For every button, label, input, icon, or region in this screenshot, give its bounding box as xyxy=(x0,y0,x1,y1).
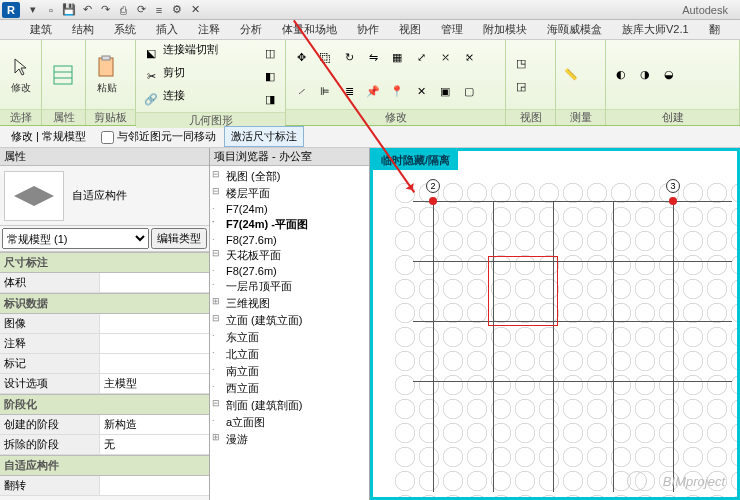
tab-plugin2[interactable]: 族库大师V2.1 xyxy=(612,20,699,39)
tree-east[interactable]: 东立面 xyxy=(212,329,367,346)
create-tool1-icon[interactable]: ◐ xyxy=(610,64,632,86)
properties-button[interactable] xyxy=(46,61,80,89)
split-icon[interactable]: ⟋ xyxy=(290,80,312,102)
measure-icon[interactable]: 📏 xyxy=(560,64,582,86)
qat-settings-icon[interactable]: ⚙ xyxy=(168,2,186,18)
cope-icon[interactable]: ⬕ xyxy=(140,42,162,64)
control-dot-left[interactable] xyxy=(429,197,437,205)
tab-analyze[interactable]: 分析 xyxy=(230,20,272,39)
qat-close-icon[interactable]: ✕ xyxy=(186,2,204,18)
tree-f7[interactable]: F7(24m) xyxy=(212,202,367,216)
create-tool2-icon[interactable]: ◑ xyxy=(634,64,656,86)
array-icon[interactable]: ▦ xyxy=(386,47,408,69)
gridline-2[interactable] xyxy=(433,201,434,492)
create-tool3-icon[interactable]: ◒ xyxy=(658,64,680,86)
tree-west[interactable]: 西立面 xyxy=(212,380,367,397)
drawing-canvas[interactable]: 临时隐藏/隔离 2 3 BIMproject xyxy=(370,148,740,500)
group-icon[interactable]: ▣ xyxy=(434,80,456,102)
tab-structure[interactable]: 结构 xyxy=(62,20,104,39)
move-with-checkbox[interactable]: 与邻近图元一同移动 xyxy=(101,129,216,144)
app-logo[interactable]: R xyxy=(2,2,20,18)
ungroup-icon[interactable]: ▢ xyxy=(458,80,480,102)
selected-element[interactable] xyxy=(488,256,558,326)
prop-phase-demolished: 拆除的阶段 xyxy=(0,435,100,454)
gridline-3[interactable] xyxy=(673,201,674,492)
align-icon[interactable]: ⊫ xyxy=(314,80,336,102)
type-thumbnail xyxy=(4,171,64,221)
tree-views-root[interactable]: 视图 (全部) xyxy=(212,168,367,185)
cat-dimensions[interactable]: 尺寸标注 xyxy=(0,252,209,273)
tree-north[interactable]: 北立面 xyxy=(212,346,367,363)
tree-elevations[interactable]: 立面 (建筑立面) xyxy=(212,312,367,329)
tree-sections[interactable]: 剖面 (建筑剖面) xyxy=(212,397,367,414)
tab-insert[interactable]: 插入 xyxy=(146,20,188,39)
grid-bubble-2[interactable]: 2 xyxy=(426,179,440,193)
gridline-v4[interactable] xyxy=(613,201,614,492)
trim-icon[interactable]: ⤫ xyxy=(434,47,456,69)
rotate-icon[interactable]: ↻ xyxy=(338,47,360,69)
move-icon[interactable]: ✥ xyxy=(290,47,312,69)
unpin-icon[interactable]: 📍 xyxy=(386,80,408,102)
qat-undo-icon[interactable]: ↶ xyxy=(78,2,96,18)
geom-tool2-icon[interactable]: ◧ xyxy=(259,65,281,87)
gridline-h2[interactable] xyxy=(413,261,732,262)
gridline-h1[interactable] xyxy=(413,201,732,202)
grid-bubble-3[interactable]: 3 xyxy=(666,179,680,193)
qat-new-icon[interactable]: ▫ xyxy=(42,2,60,18)
tab-collaborate[interactable]: 协作 xyxy=(347,20,389,39)
tab-overflow[interactable]: 翻 xyxy=(699,20,730,39)
paste-button[interactable]: 粘贴 xyxy=(90,53,124,97)
qat-print-icon[interactable]: ⎙ xyxy=(114,2,132,18)
options-modify-label: 修改 | 常规模型 xyxy=(4,126,93,147)
qat-save-icon[interactable]: 💾 xyxy=(60,2,78,18)
gridline-v3[interactable] xyxy=(553,201,554,492)
gridline-h3[interactable] xyxy=(413,321,732,322)
ribbon-tabs: 建筑 结构 系统 插入 注释 分析 体量和场地 协作 视图 管理 附加模块 海颐… xyxy=(0,20,740,40)
view-tool2-icon[interactable]: ◲ xyxy=(510,75,532,97)
mirror-icon[interactable]: ⇋ xyxy=(362,47,384,69)
tree-f7-plan[interactable]: F7(24m) -平面图 xyxy=(212,216,367,233)
view-tool1-icon[interactable]: ◳ xyxy=(510,52,532,74)
tree-l1c[interactable]: 一层吊顶平面 xyxy=(212,278,367,295)
cat-adaptive[interactable]: 自适应构件 xyxy=(0,455,209,476)
gridline-v2[interactable] xyxy=(493,201,494,492)
tab-plugin1[interactable]: 海颐威模盒 xyxy=(537,20,612,39)
type-selector[interactable]: 常规模型 (1) xyxy=(2,228,149,249)
cat-phasing[interactable]: 阶段化 xyxy=(0,394,209,415)
cat-identity[interactable]: 标识数据 xyxy=(0,293,209,314)
extend-icon[interactable]: ⤪ xyxy=(458,47,480,69)
tree-f8[interactable]: F8(27.6m) xyxy=(212,233,367,247)
tree-3d[interactable]: 三维视图 xyxy=(212,295,367,312)
pin-icon[interactable]: 📌 xyxy=(362,80,384,102)
geom-tool3-icon[interactable]: ◨ xyxy=(259,88,281,110)
tab-architecture[interactable]: 建筑 xyxy=(20,20,62,39)
tree-floor-plans[interactable]: 楼层平面 xyxy=(212,185,367,202)
delete-icon[interactable]: ✕ xyxy=(410,80,432,102)
tab-manage[interactable]: 管理 xyxy=(431,20,473,39)
select-button[interactable]: 修改 xyxy=(4,53,37,97)
qat-measure-icon[interactable]: ≡ xyxy=(150,2,168,18)
tree-south[interactable]: 南立面 xyxy=(212,363,367,380)
gridline-h4[interactable] xyxy=(413,381,732,382)
edit-type-button[interactable]: 编辑类型 xyxy=(151,228,207,249)
tab-view[interactable]: 视图 xyxy=(389,20,431,39)
tab-addins[interactable]: 附加模块 xyxy=(473,20,537,39)
geom-tool1-icon[interactable]: ◫ xyxy=(259,42,281,64)
tree-ceiling-plans[interactable]: 天花板平面 xyxy=(212,247,367,264)
qat-redo-icon[interactable]: ↷ xyxy=(96,2,114,18)
browser-tree[interactable]: 视图 (全部) 楼层平面 F7(24m) F7(24m) -平面图 F8(27.… xyxy=(210,166,369,500)
tab-systems[interactable]: 系统 xyxy=(104,20,146,39)
tab-annotate[interactable]: 注释 xyxy=(188,20,230,39)
qat-open-icon[interactable]: ▾ xyxy=(24,2,42,18)
control-dot-right[interactable] xyxy=(669,197,677,205)
tree-f8c[interactable]: F8(27.6m) xyxy=(212,264,367,278)
qat-sync-icon[interactable]: ⟳ xyxy=(132,2,150,18)
join-icon[interactable]: 🔗 xyxy=(140,88,162,110)
tree-section-a[interactable]: a立面图 xyxy=(212,414,367,431)
scale-icon[interactable]: ⤢ xyxy=(410,47,432,69)
cut-icon[interactable]: ✂ xyxy=(140,65,162,87)
tree-walkthrough[interactable]: 漫游 xyxy=(212,431,367,448)
tab-massing[interactable]: 体量和场地 xyxy=(272,20,347,39)
activate-dim-button[interactable]: 激活尺寸标注 xyxy=(224,126,304,147)
properties-grid[interactable]: 尺寸标注 体积 标识数据 图像 注释 标记 设计选项主模型 阶段化 创建的阶段新… xyxy=(0,252,209,500)
